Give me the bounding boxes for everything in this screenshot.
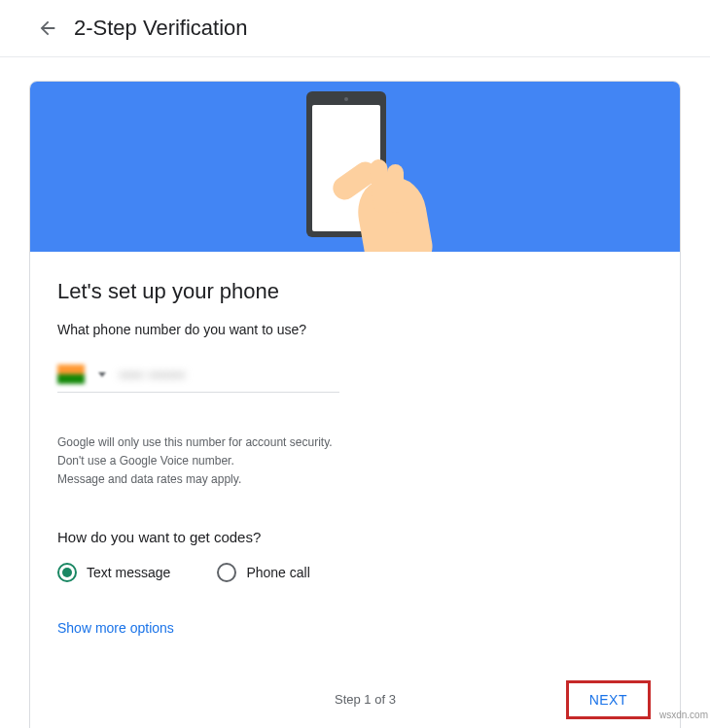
radio-label: Phone call bbox=[246, 565, 309, 580]
country-flag-icon[interactable] bbox=[57, 364, 85, 384]
page-header: 2-Step Verification bbox=[0, 0, 710, 57]
disclaimer-line: Google will only use this number for acc… bbox=[57, 433, 653, 452]
radio-icon bbox=[57, 563, 77, 582]
radio-icon bbox=[217, 563, 236, 582]
show-more-options-link[interactable]: Show more options bbox=[57, 620, 174, 636]
disclaimer-text: Google will only use this number for acc… bbox=[57, 433, 653, 490]
back-button[interactable] bbox=[29, 10, 66, 47]
disclaimer-line: Don't use a Google Voice number. bbox=[57, 452, 653, 470]
codes-question: How do you want to get codes? bbox=[57, 529, 653, 545]
setup-subheading: What phone number do you want to use? bbox=[57, 322, 653, 337]
disclaimer-line: Message and data rates may apply. bbox=[57, 470, 653, 489]
watermark-text: wsxdn.com bbox=[659, 710, 708, 720]
next-button[interactable]: NEXT bbox=[568, 682, 649, 717]
radio-label: Text message bbox=[87, 565, 170, 580]
delivery-method-group: Text message Phone call bbox=[57, 563, 653, 582]
card-content: Let's set up your phone What phone numbe… bbox=[30, 252, 680, 728]
hero-illustration bbox=[30, 82, 680, 252]
radio-option-text-message[interactable]: Text message bbox=[57, 563, 170, 582]
setup-heading: Let's set up your phone bbox=[57, 279, 653, 304]
hand-illustration bbox=[321, 150, 438, 252]
chevron-down-icon[interactable] bbox=[98, 372, 106, 377]
phone-input[interactable]: •••• •••••• bbox=[57, 364, 339, 393]
setup-card: Let's set up your phone What phone numbe… bbox=[29, 81, 681, 728]
step-indicator: Step 1 of 3 bbox=[335, 692, 396, 707]
card-footer: Step 1 of 3 NEXT bbox=[57, 682, 653, 721]
phone-number-value[interactable]: •••• •••••• bbox=[120, 366, 186, 383]
radio-option-phone-call[interactable]: Phone call bbox=[217, 563, 309, 582]
page-title: 2-Step Verification bbox=[74, 16, 248, 41]
arrow-left-icon bbox=[37, 17, 58, 39]
